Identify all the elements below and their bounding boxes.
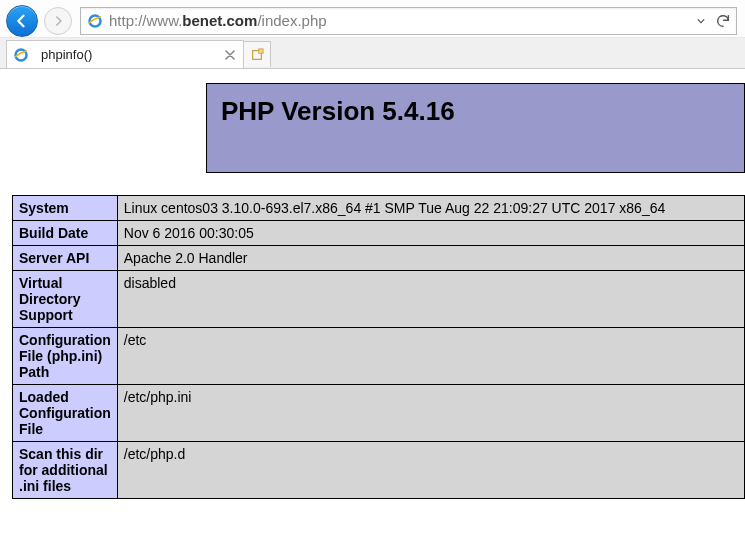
config-value: Apache 2.0 Handler <box>117 246 744 271</box>
table-row: Server APIApache 2.0 Handler <box>13 246 745 271</box>
tab-strip: phpinfo() <box>0 38 745 68</box>
table-row: Scan this dir for additional .ini files/… <box>13 442 745 499</box>
tab-title: phpinfo() <box>41 47 223 62</box>
browser-toolbar: http://www.benet.com/index.php <box>0 0 745 38</box>
refresh-icon <box>715 13 731 29</box>
back-button[interactable] <box>6 5 38 37</box>
url-host: benet.com <box>182 12 257 29</box>
url-text: http://www.benet.com/index.php <box>109 7 327 35</box>
table-row: Virtual Directory Supportdisabled <box>13 271 745 328</box>
new-tab-button[interactable] <box>243 41 271 67</box>
config-key: System <box>13 196 118 221</box>
phpinfo-header-banner: PHP Version 5.4.16 <box>206 83 745 173</box>
tab-close-button[interactable] <box>223 48 237 62</box>
ie-favicon-icon <box>87 13 103 29</box>
php-version-heading: PHP Version 5.4.16 <box>221 96 455 127</box>
config-key: Loaded Configuration File <box>13 385 118 442</box>
arrow-left-icon <box>13 12 31 30</box>
url-prefix: http://www. <box>109 12 182 29</box>
config-key: Configuration File (php.ini) Path <box>13 328 118 385</box>
config-key: Scan this dir for additional .ini files <box>13 442 118 499</box>
config-key: Server API <box>13 246 118 271</box>
address-bar[interactable]: http://www.benet.com/index.php <box>80 7 737 35</box>
config-value: /etc/php.ini <box>117 385 744 442</box>
table-row: SystemLinux centos03 3.10.0-693.el7.x86_… <box>13 196 745 221</box>
browser-tab[interactable]: phpinfo() <box>6 40 244 68</box>
chevron-down-icon <box>697 17 705 25</box>
config-value: Nov 6 2016 00:30:05 <box>117 221 744 246</box>
config-value: disabled <box>117 271 744 328</box>
tab-favicon-icon <box>13 47 29 63</box>
url-suffix: /index.php <box>257 12 326 29</box>
config-key: Build Date <box>13 221 118 246</box>
config-value: /etc <box>117 328 744 385</box>
forward-button[interactable] <box>44 7 72 35</box>
svg-rect-3 <box>259 48 263 52</box>
phpinfo-table: SystemLinux centos03 3.10.0-693.el7.x86_… <box>12 195 745 499</box>
reload-button[interactable] <box>714 12 732 30</box>
config-value: Linux centos03 3.10.0-693.el7.x86_64 #1 … <box>117 196 744 221</box>
table-row: Build DateNov 6 2016 00:30:05 <box>13 221 745 246</box>
new-tab-icon <box>250 48 264 62</box>
url-history-dropdown[interactable] <box>696 16 706 26</box>
table-row: Configuration File (php.ini) Path/etc <box>13 328 745 385</box>
config-key: Virtual Directory Support <box>13 271 118 328</box>
close-icon <box>225 50 235 60</box>
arrow-right-icon <box>51 14 65 28</box>
config-value: /etc/php.d <box>117 442 744 499</box>
table-row: Loaded Configuration File/etc/php.ini <box>13 385 745 442</box>
